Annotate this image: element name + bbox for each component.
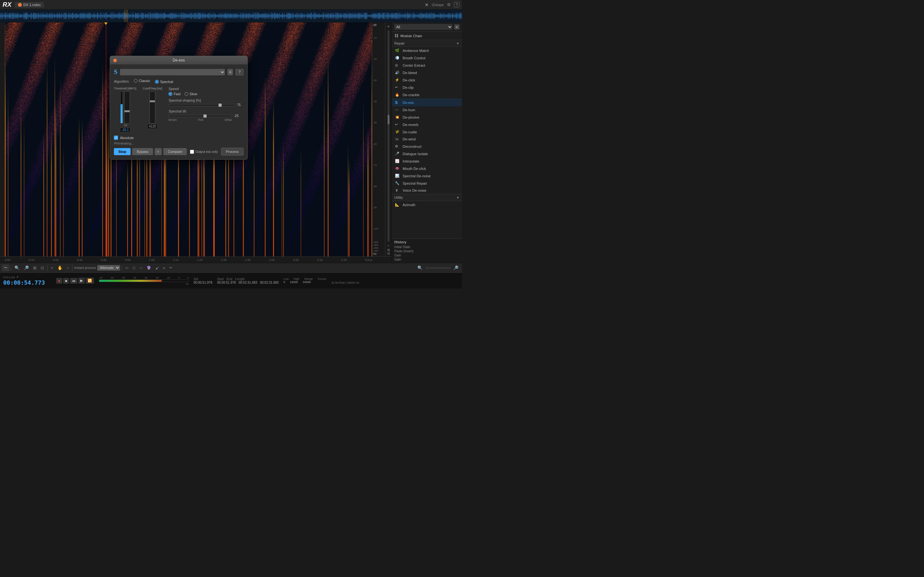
stop-btn[interactable]: Stop	[114, 148, 131, 155]
plus-btn[interactable]: +	[155, 148, 162, 155]
module-item-de-wind[interactable]: 🌬 De-wind	[392, 135, 462, 143]
zoom-in-right-btn[interactable]: 🔍	[416, 264, 424, 271]
slow-radio[interactable]: Slow	[184, 92, 197, 96]
magic-sel-btn[interactable]: 🔮	[145, 265, 153, 271]
module-item-de-ess[interactable]: S De-ess	[392, 98, 462, 106]
module-item-interpolate[interactable]: 📈 Interpolate	[392, 157, 462, 165]
waveform-tool-btn[interactable]: 〜	[2, 264, 9, 271]
zoom-out-tool-btn[interactable]: 🔎	[22, 264, 31, 271]
history-item-paste-insert[interactable]: Paste (Insert)	[394, 249, 459, 253]
list-view-btn[interactable]: ≡	[454, 24, 459, 29]
pan-tool-btn[interactable]: ✋	[56, 264, 64, 271]
preset-menu-btn[interactable]: ≡	[228, 69, 233, 75]
module-item-azimuth[interactable]: 📐 Azimuth	[392, 201, 462, 208]
zoom-scroll[interactable]	[388, 30, 389, 242]
time-format-label[interactable]: h:m:s.ms	[3, 276, 15, 279]
cutoff-thumb[interactable]	[150, 100, 155, 102]
zoom-in-h-btn[interactable]: +	[49, 264, 55, 271]
threshold-thumb[interactable]	[124, 110, 129, 112]
cutoff-slider[interactable]	[150, 91, 155, 123]
spectral-de-noise-icon: 📊	[395, 174, 400, 178]
module-chain-bar[interactable]: ⛓ Module Chain	[392, 32, 462, 40]
deess-help-btn[interactable]: ?	[236, 69, 244, 75]
module-item-dialogue-isolate[interactable]: 🎤 Dialogue Isolate	[392, 150, 462, 157]
zoom-in-btn[interactable]: +	[387, 24, 389, 29]
module-item-de-plosive[interactable]: 💥 De-plosive	[392, 113, 462, 121]
zoom-out-btn[interactable]: −	[387, 243, 389, 248]
spectral-shaping-label: Spectral shaping [%]	[168, 98, 244, 102]
module-item-voice-de-noise[interactable]: 🎙 Voice De-noise	[392, 187, 462, 194]
rect-sel-btn[interactable]: ▭	[124, 265, 130, 271]
zoom-in-tool-btn[interactable]: 🔍	[13, 264, 21, 271]
module-item-breath-control[interactable]: 💨 Breath Control	[392, 54, 462, 61]
process-btn[interactable]: Process	[221, 148, 244, 155]
module-item-de-hum[interactable]: 〰 De-hum	[392, 106, 462, 113]
de-clip-label: De-clip	[403, 85, 414, 89]
circle-tool-btn[interactable]: ○	[65, 264, 71, 271]
spectral-tilt-section: Spectral tilt -25 Brown Pink White	[168, 109, 244, 121]
status-bar: h:m:s.ms ▼ 00:00:54.773 ● ■ ⏮ ▶ 🔁 -Inf -…	[0, 272, 462, 288]
help-icon[interactable]: ?	[454, 2, 459, 7]
spectral-tilt-thumb[interactable]	[204, 114, 207, 118]
spectral-shaping-slider[interactable]	[168, 104, 235, 106]
zoom-fit-v-btn[interactable]: ⊟	[387, 251, 390, 255]
history-item-initial-state[interactable]: Initial State	[394, 245, 459, 249]
waveform-overview[interactable]	[0, 10, 462, 23]
module-item-de-reverb[interactable]: ↩ De-reverb	[392, 121, 462, 128]
module-item-spectral-repair[interactable]: 🔧 Spectral Repair	[392, 179, 462, 187]
pencil-tool-btn[interactable]: ✏	[168, 265, 174, 271]
module-filter-select[interactable]: All	[394, 24, 452, 30]
threshold-slider[interactable]	[124, 91, 130, 123]
compare-btn[interactable]: Compare	[163, 148, 187, 155]
instant-process-select[interactable]: Attenuate	[97, 265, 120, 271]
file-tab[interactable]: ✕ DX 1.rxdoc	[15, 2, 44, 8]
dialog-close-btn[interactable]	[113, 59, 117, 62]
spectral-tilt-slider[interactable]	[168, 115, 232, 117]
utility-section-header[interactable]: Utility ▼	[392, 194, 462, 201]
history-item-gain-2[interactable]: Gain	[394, 258, 459, 261]
zoom-out-right-btn[interactable]: 🔎	[452, 264, 460, 271]
center-extract-label: Center Extract	[403, 63, 425, 67]
lasso-sel-btn[interactable]: ⬭	[138, 265, 144, 271]
center-extract-icon: ◎	[395, 63, 400, 67]
module-item-mouth-de-click[interactable]: 👄 Mouth De-click	[392, 165, 462, 172]
preset-select[interactable]	[120, 69, 225, 75]
mouth-de-click-label: Mouth De-click	[403, 167, 426, 171]
zoom-sel-btn[interactable]: ⊞	[31, 264, 38, 271]
zoom-slider[interactable]	[425, 267, 451, 269]
freq-sel-btn[interactable]: ≡	[162, 265, 166, 271]
module-item-deconstruct[interactable]: ⚙ Deconstruct	[392, 143, 462, 150]
prev-btn[interactable]: ⏮	[70, 278, 78, 284]
dropdown-icon[interactable]: ▼	[16, 276, 19, 279]
brush-sel-btn[interactable]: 🖌	[153, 265, 160, 271]
absolute-checkbox[interactable]: ✓	[114, 135, 118, 140]
output-ess-label[interactable]: Output ess only	[190, 150, 218, 154]
module-item-de-click[interactable]: ⚡ De-click	[392, 76, 462, 84]
output-ess-checkbox[interactable]	[190, 150, 194, 154]
stop-transport-btn[interactable]: ■	[63, 278, 69, 284]
module-item-center-extract[interactable]: ◎ Center Extract	[392, 61, 462, 69]
module-item-de-clip[interactable]: ✂ De-clip	[392, 84, 462, 91]
fast-radio[interactable]: Fast	[168, 92, 180, 96]
history-item-gain-1[interactable]: Gain	[394, 253, 459, 258]
module-item-de-crackle[interactable]: 🔥 De-crackle	[392, 91, 462, 98]
zoom-fit-btn[interactable]: ⊡	[39, 265, 45, 271]
zoom-fit-h-btn[interactable]: ⊞	[387, 248, 390, 251]
vu-meter: -Inf -60 -50 -40 -30 -20 -10 -3 0 -41	[99, 276, 189, 285]
settings-icon[interactable]: ⚙	[447, 2, 451, 7]
repair-section-header[interactable]: Repair ▼	[392, 40, 462, 47]
module-item-de-bleed[interactable]: 🔊 De-bleed	[392, 69, 462, 76]
spectral-shaping-thumb[interactable]	[218, 103, 222, 107]
classic-radio[interactable]: Classic	[134, 79, 150, 83]
play-btn[interactable]: ▶	[78, 277, 85, 284]
close-icon[interactable]: ✕	[18, 3, 22, 7]
module-item-de-rustle[interactable]: 🌾 De-rustle	[392, 128, 462, 135]
spectral-radio[interactable]: Spectral	[155, 80, 173, 84]
module-item-spectral-de-noise[interactable]: 📊 Spectral De-noise	[392, 172, 462, 179]
record-btn[interactable]: ●	[56, 278, 62, 284]
bypass-btn[interactable]: Bypass	[132, 148, 153, 155]
module-item-ambience-match[interactable]: 🌿 Ambience Match	[392, 47, 462, 54]
loop-btn[interactable]: 🔁	[86, 277, 94, 284]
cutoff-group: Cutoff freq [Hz] 4120	[143, 87, 162, 129]
rect-sel-2-btn[interactable]: ◻	[131, 265, 137, 271]
